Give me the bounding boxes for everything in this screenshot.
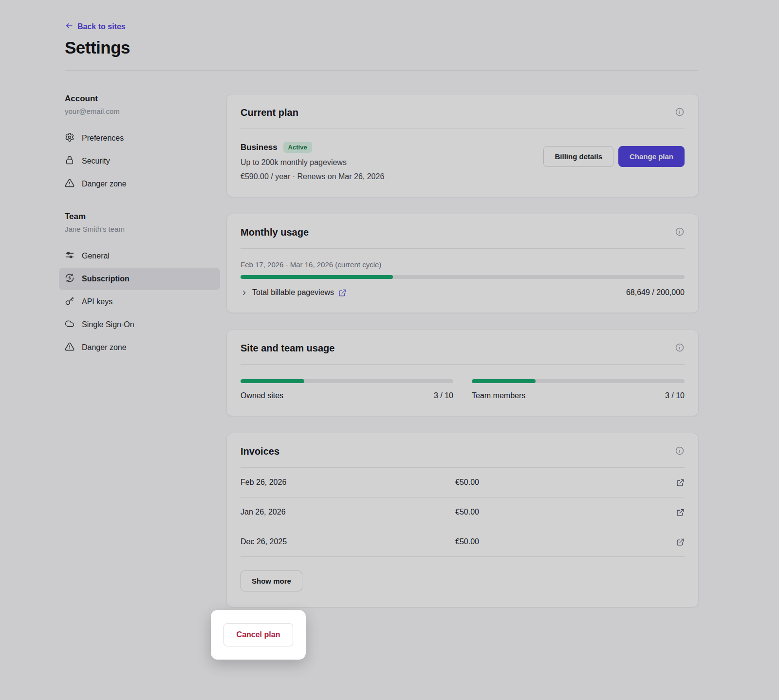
- cancel-plan-spotlight: Cancel plan: [211, 610, 306, 660]
- dim-overlay: [0, 0, 779, 700]
- cancel-plan-button[interactable]: Cancel plan: [223, 623, 294, 646]
